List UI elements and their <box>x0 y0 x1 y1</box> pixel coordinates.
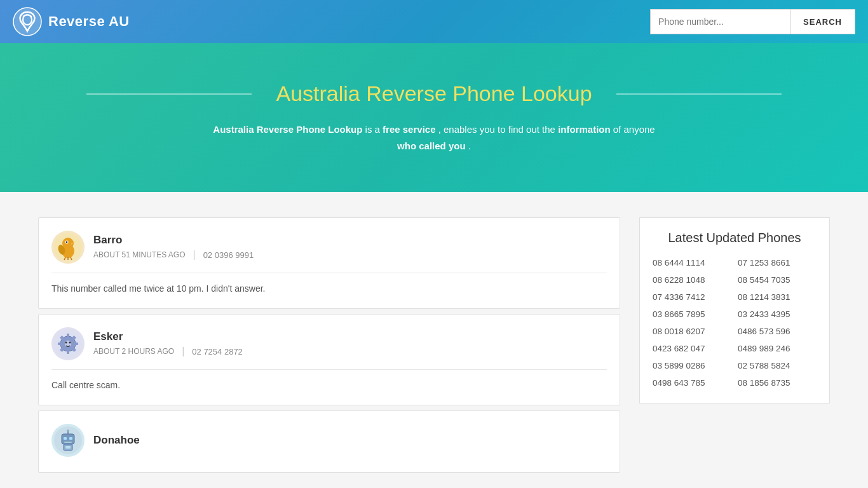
hero-desc-info: information <box>558 124 611 135</box>
phone-link[interactable]: 07 4336 7412 <box>653 292 731 302</box>
hero-desc-free: free service <box>383 124 435 135</box>
post-info-esker: ABOUT 2 HOURS AGO | 02 7254 2872 <box>93 346 243 357</box>
svg-point-22 <box>65 341 71 347</box>
phone-link[interactable]: 03 5899 0286 <box>653 361 731 370</box>
hero-desc-text1: is a <box>365 124 383 135</box>
post-header-esker: Esker ABOUT 2 HOURS AGO | 02 7254 2872 <box>51 327 607 370</box>
hero-section: Australia Reverse Phone Lookup Australia… <box>0 43 868 192</box>
phone-link[interactable]: 03 2433 4395 <box>738 309 817 319</box>
phone-link[interactable]: 03 8665 7895 <box>653 309 731 319</box>
avatar-barro <box>51 231 85 264</box>
post-card-donahoe: Donahoe <box>38 410 620 473</box>
phone-link[interactable]: 08 0018 6207 <box>653 327 731 336</box>
post-body-esker: Call centre scam. <box>51 379 607 392</box>
phone-link[interactable]: 08 1856 8735 <box>738 378 817 388</box>
search-input[interactable] <box>650 9 790 34</box>
post-card-barro: Barro ABOUT 51 MINUTES AGO | 02 0396 999… <box>38 217 620 309</box>
phone-link[interactable]: 0489 989 246 <box>738 344 817 353</box>
hero-desc-text3: of anyone <box>613 124 655 135</box>
latest-phones-title: Latest Updated Phones <box>653 231 817 245</box>
donahoe-avatar-svg <box>53 425 83 456</box>
phones-grid: 08 6444 111407 1253 866108 6228 104808 5… <box>653 258 817 388</box>
hero-title-row: Australia Reverse Phone Lookup <box>13 81 855 106</box>
phone-link[interactable]: 0423 682 047 <box>653 344 731 353</box>
post-header-donahoe: Donahoe <box>51 424 607 466</box>
right-column: Latest Updated Phones 08 6444 111407 125… <box>639 217 830 478</box>
hero-desc-who: who called you <box>397 140 466 151</box>
phone-link[interactable]: 07 1253 8661 <box>738 258 817 268</box>
phone-link[interactable]: 0486 573 596 <box>738 327 817 336</box>
svg-point-30 <box>67 430 69 432</box>
main-content: Barro ABOUT 51 MINUTES AGO | 02 0396 999… <box>0 192 868 488</box>
avatar-esker <box>51 327 85 360</box>
phone-link[interactable]: 08 1214 3831 <box>738 292 817 302</box>
barro-avatar-svg <box>53 232 83 262</box>
post-body-barro: This number called me twice at 10 pm. I … <box>51 282 607 295</box>
post-phone-barro: 02 0396 9991 <box>203 250 254 260</box>
svg-rect-28 <box>69 437 72 440</box>
logo-icon <box>13 7 42 36</box>
post-card-esker: Esker ABOUT 2 HOURS AGO | 02 7254 2872 C… <box>38 314 620 405</box>
hero-divider-left <box>86 93 252 95</box>
hero-desc-brand: Australia Reverse Phone Lookup <box>213 124 362 135</box>
post-meta-esker: Esker ABOUT 2 HOURS AGO | 02 7254 2872 <box>93 330 243 357</box>
svg-rect-31 <box>64 442 72 443</box>
svg-rect-33 <box>65 446 71 449</box>
hero-divider-right <box>616 93 782 95</box>
phone-link[interactable]: 08 6228 1048 <box>653 275 731 285</box>
esker-avatar-svg <box>53 329 83 359</box>
svg-point-23 <box>65 342 67 344</box>
hero-description: Australia Reverse Phone Lookup is a free… <box>212 121 656 154</box>
svg-rect-16 <box>58 342 62 345</box>
svg-point-7 <box>66 241 68 243</box>
search-button[interactable]: SEARCH <box>790 9 855 34</box>
svg-rect-17 <box>74 342 78 345</box>
post-phone-esker: 02 7254 2872 <box>192 347 243 356</box>
post-time-barro: ABOUT 51 MINUTES AGO <box>93 250 185 259</box>
hero-desc-text2: , enables you to find out the <box>438 124 558 135</box>
post-meta-barro: Barro ABOUT 51 MINUTES AGO | 02 0396 999… <box>93 234 254 261</box>
phone-link[interactable]: 0498 643 785 <box>653 378 731 388</box>
posts-column: Barro ABOUT 51 MINUTES AGO | 02 0396 999… <box>38 217 620 478</box>
phone-link[interactable]: 08 6444 1114 <box>653 258 731 268</box>
post-separator-esker: | <box>182 346 184 357</box>
post-time-esker: ABOUT 2 HOURS AGO <box>93 347 174 356</box>
post-header-barro: Barro ABOUT 51 MINUTES AGO | 02 0396 999… <box>51 231 607 273</box>
logo-area: Reverse AU <box>13 7 130 36</box>
header-search-area: SEARCH <box>650 9 855 34</box>
svg-rect-14 <box>67 334 69 337</box>
post-info-barro: ABOUT 51 MINUTES AGO | 02 0396 9991 <box>93 249 254 261</box>
post-meta-donahoe: Donahoe <box>93 434 140 447</box>
latest-phones-box: Latest Updated Phones 08 6444 111407 125… <box>639 217 830 403</box>
logo-text: Reverse AU <box>48 13 130 30</box>
post-separator-barro: | <box>193 249 195 261</box>
phone-link[interactable]: 08 5454 7035 <box>738 275 817 285</box>
post-username-esker: Esker <box>93 330 243 343</box>
hero-desc-period: . <box>468 140 471 151</box>
post-username-barro: Barro <box>93 234 254 247</box>
post-username-donahoe: Donahoe <box>93 434 140 447</box>
site-header: Reverse AU SEARCH <box>0 0 868 43</box>
hero-title: Australia Reverse Phone Lookup <box>276 81 592 106</box>
svg-rect-27 <box>64 437 67 440</box>
svg-point-24 <box>69 342 71 344</box>
phone-link[interactable]: 02 5788 5824 <box>738 361 817 370</box>
avatar-donahoe <box>51 424 85 457</box>
svg-rect-15 <box>67 350 69 354</box>
